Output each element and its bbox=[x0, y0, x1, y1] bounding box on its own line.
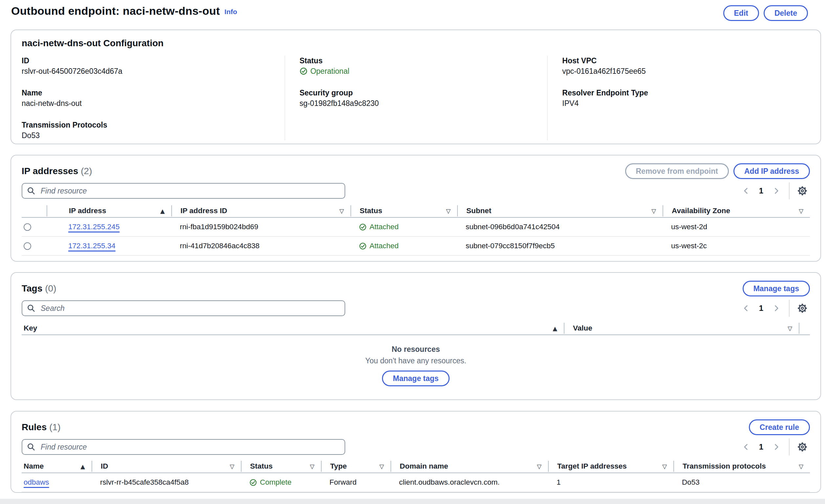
sort-asc-icon: ▲ bbox=[553, 325, 557, 332]
ip-search-box bbox=[22, 183, 345, 199]
field-endpoint-type: Resolver Endpoint Type IPV4 bbox=[562, 88, 810, 108]
ip-column-header-subnet[interactable]: Subnet ▽ bbox=[457, 205, 663, 217]
tags-search-box bbox=[22, 301, 345, 316]
page-header: Outbound endpoint: naci-netw-dns-out Inf… bbox=[0, 0, 825, 26]
configuration-title: naci-netw-dns-out Configuration bbox=[22, 38, 810, 49]
config-column-1: ID rslvr-out-64500726e03c4d67a Name naci… bbox=[22, 56, 285, 140]
field-security-group-label: Security group bbox=[300, 88, 547, 98]
ip-addresses-card: IP addresses (2) Remove from endpoint Ad… bbox=[10, 155, 821, 262]
availability-zone-cell: us-west-2d bbox=[663, 223, 810, 231]
sort-asc-icon: ▲ bbox=[160, 207, 165, 215]
ip-address-id-cell: rni-fba1d9159b024bd69 bbox=[171, 223, 351, 231]
ip-addresses-table: IP address ▲ IP address ID ▽ Status ▽ Su… bbox=[22, 204, 810, 256]
field-status: Status Operational bbox=[300, 56, 547, 76]
create-rule-button[interactable]: Create rule bbox=[749, 419, 810, 435]
pager-divider bbox=[789, 438, 790, 455]
manage-tags-empty-button[interactable]: Manage tags bbox=[382, 370, 449, 386]
ip-settings-gear-icon[interactable] bbox=[795, 183, 810, 198]
ip-search-input[interactable] bbox=[22, 183, 345, 199]
ip-next-page-icon[interactable] bbox=[769, 184, 784, 198]
rules-column-header-status[interactable]: Status ▽ bbox=[241, 461, 321, 472]
tags-count: (0) bbox=[45, 283, 56, 294]
add-ip-address-button[interactable]: Add IP address bbox=[734, 163, 810, 179]
field-id: ID rslvr-out-64500726e03c4d67a bbox=[22, 56, 285, 76]
field-host-vpc-value: vpc-0161a462f1675ee65 bbox=[562, 66, 810, 76]
config-column-3: Host VPC vpc-0161a462f1675ee65 Resolver … bbox=[547, 56, 810, 140]
rules-search-box bbox=[22, 439, 345, 455]
tags-pagination: 1 bbox=[739, 300, 810, 317]
complete-check-icon bbox=[249, 479, 257, 486]
rule-protocols-cell: Do53 bbox=[673, 478, 810, 487]
edit-button[interactable]: Edit bbox=[723, 5, 759, 21]
rule-status-text: Complete bbox=[260, 478, 291, 487]
tags-column-header-value[interactable]: Value ▽ bbox=[564, 323, 800, 334]
rule-table-row: odbaws rslvr-rr-b45cafe358ca4f5a8 Comple… bbox=[22, 473, 810, 492]
rule-name-link[interactable]: odbaws bbox=[24, 478, 49, 487]
field-transmission-value: Do53 bbox=[22, 131, 285, 140]
ip-row-radio[interactable] bbox=[24, 242, 31, 250]
tags-table: Key ▲ Value ▽ No resources You don't hav… bbox=[22, 322, 810, 386]
rules-page-number[interactable]: 1 bbox=[754, 442, 768, 451]
availability-zone-cell: us-west-2c bbox=[663, 242, 810, 250]
rules-title: Rules bbox=[22, 422, 47, 432]
rule-domain-cell: client.oudbaws.oraclevcn.com. bbox=[390, 478, 548, 487]
sort-desc-icon: ▽ bbox=[662, 463, 667, 470]
delete-button[interactable]: Delete bbox=[764, 5, 808, 21]
info-link[interactable]: Info bbox=[224, 8, 237, 16]
configuration-card: naci-netw-dns-out Configuration ID rslvr… bbox=[10, 29, 821, 144]
empty-state-subtitle: You don't have any resources. bbox=[365, 356, 466, 365]
ip-page-number[interactable]: 1 bbox=[754, 186, 768, 195]
ip-addresses-title: IP addresses bbox=[22, 166, 78, 176]
field-transmission-label: Transmission Protocols bbox=[22, 120, 285, 130]
ip-address-link[interactable]: 172.31.255.34 bbox=[68, 242, 116, 250]
tags-prev-page-icon[interactable] bbox=[739, 301, 753, 316]
page-bottom-strip bbox=[0, 499, 825, 504]
rules-search-input[interactable] bbox=[22, 439, 345, 455]
remove-from-endpoint-button[interactable]: Remove from endpoint bbox=[625, 163, 729, 179]
sort-desc-icon: ▽ bbox=[652, 207, 656, 215]
rules-column-header-domain-name[interactable]: Domain name ▽ bbox=[390, 461, 548, 472]
ip-address-link[interactable]: 172.31.255.245 bbox=[68, 223, 120, 231]
ip-column-header-ip-address[interactable]: IP address ▲ bbox=[47, 205, 171, 217]
ip-row-radio[interactable] bbox=[24, 223, 31, 231]
rules-next-page-icon[interactable] bbox=[769, 440, 784, 454]
status-check-icon bbox=[300, 67, 307, 75]
pager-divider bbox=[789, 182, 790, 199]
sort-desc-icon: ▽ bbox=[339, 207, 344, 215]
manage-tags-button[interactable]: Manage tags bbox=[743, 281, 810, 297]
ip-prev-page-icon[interactable] bbox=[739, 184, 753, 198]
tags-page-number[interactable]: 1 bbox=[754, 304, 768, 313]
sort-desc-icon: ▽ bbox=[230, 463, 234, 470]
ip-address-id-cell: rni-41d7b20846ac4c838 bbox=[171, 242, 351, 250]
sort-desc-icon: ▽ bbox=[537, 463, 541, 470]
tags-settings-gear-icon[interactable] bbox=[795, 301, 810, 316]
field-host-vpc-label: Host VPC bbox=[562, 56, 810, 66]
rules-column-header-name[interactable]: Name ▲ bbox=[22, 461, 91, 472]
sort-desc-icon: ▽ bbox=[788, 325, 792, 332]
tags-title: Tags bbox=[22, 283, 42, 294]
rules-table: Name ▲ ID ▽ Status ▽ Type ▽ Domain name bbox=[22, 460, 810, 492]
subnet-cell: subnet-096b6d0a741c42504 bbox=[457, 223, 663, 231]
tags-column-header-key[interactable]: Key ▲ bbox=[22, 323, 564, 334]
field-security-group-value: sg-01982fb148a9c8230 bbox=[300, 98, 547, 108]
ip-pagination: 1 bbox=[739, 182, 810, 199]
field-id-label: ID bbox=[22, 56, 285, 66]
ip-column-header-ip-address-id[interactable]: IP address ID ▽ bbox=[171, 205, 351, 217]
rules-column-header-target-ip[interactable]: Target IP addresses ▽ bbox=[548, 461, 673, 472]
field-endpoint-type-label: Resolver Endpoint Type bbox=[562, 88, 810, 98]
tags-next-page-icon[interactable] bbox=[769, 301, 784, 316]
ip-column-header-status[interactable]: Status ▽ bbox=[351, 205, 457, 217]
rules-settings-gear-icon[interactable] bbox=[795, 439, 810, 454]
tags-card: Tags (0) Manage tags 1 bbox=[10, 272, 821, 400]
rules-column-header-transmission-protocols[interactable]: Transmission protocols ▽ bbox=[673, 461, 810, 472]
field-name-label: Name bbox=[22, 88, 285, 98]
ip-column-header-availability-zone[interactable]: Availability Zone ▽ bbox=[663, 205, 810, 217]
search-icon bbox=[27, 443, 35, 451]
tags-search-input[interactable] bbox=[22, 301, 345, 316]
rule-id-cell: rslvr-rr-b45cafe358ca4f5a8 bbox=[91, 478, 241, 487]
page-title: Outbound endpoint: naci-netw-dns-out bbox=[11, 5, 220, 17]
rules-prev-page-icon[interactable] bbox=[739, 440, 753, 454]
rules-column-header-id[interactable]: ID ▽ bbox=[91, 461, 241, 472]
rules-column-header-type[interactable]: Type ▽ bbox=[321, 461, 390, 472]
attached-check-icon bbox=[359, 223, 367, 231]
